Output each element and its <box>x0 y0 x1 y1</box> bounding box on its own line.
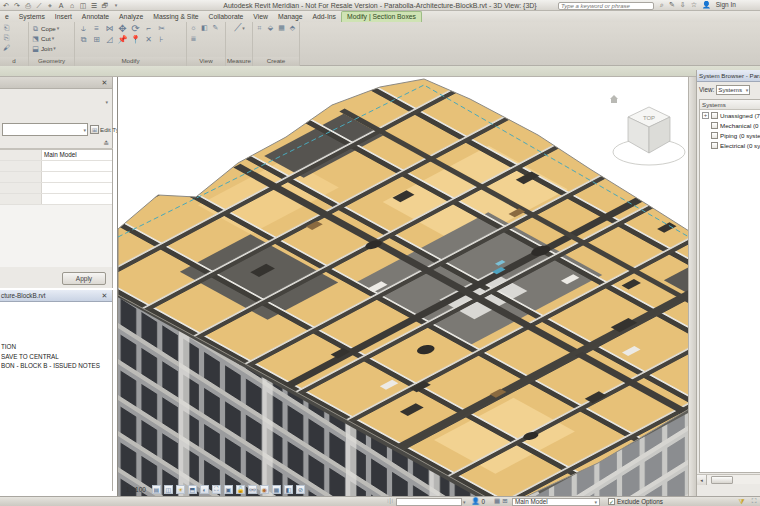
join-button[interactable]: ⬓Join▾ <box>31 43 59 53</box>
search-input[interactable] <box>558 2 654 10</box>
create-similar-icon[interactable]: ⬙ <box>266 23 275 32</box>
tab-insert[interactable]: Insert <box>50 12 77 22</box>
workset-note-line[interactable]: BON - BLOCK B - ISSUED NOTES <box>1 361 112 371</box>
tab-partial[interactable]: e <box>0 12 14 22</box>
cutaway-icon[interactable]: ≣ <box>189 34 198 43</box>
delete-icon[interactable]: ✕ <box>145 36 152 44</box>
create-parts-icon[interactable]: ⬘ <box>288 23 297 32</box>
qat-thin-lines-icon[interactable]: ☰ <box>90 1 98 9</box>
design-options-pick-icon[interactable]: ⊞ <box>501 498 509 506</box>
tab-manage[interactable]: Manage <box>273 12 308 22</box>
scroll-left-icon[interactable]: ◂ <box>697 475 707 485</box>
qat-measure-icon[interactable]: ⟋ <box>35 1 43 9</box>
measure-icon[interactable]: ⟋ <box>233 23 242 32</box>
property-row[interactable] <box>0 172 112 183</box>
visual-style-icon[interactable]: ◫ <box>164 485 173 494</box>
scale-icon[interactable]: ◿ <box>106 36 112 44</box>
design-options-icon[interactable]: ▦ <box>493 498 501 506</box>
vcb-more-caret-icon[interactable]: ▸ <box>308 487 311 493</box>
tab-massing-site[interactable]: Massing & Site <box>148 12 203 22</box>
user-icon[interactable]: 👤 <box>702 1 711 8</box>
split-icon[interactable]: ✂ <box>158 25 165 33</box>
systems-column-header[interactable]: Systems <box>700 100 760 110</box>
panel-label-view[interactable]: View <box>187 57 225 66</box>
qat-section-icon[interactable]: ◫ <box>79 1 87 9</box>
apply-button[interactable]: Apply <box>62 272 106 285</box>
sun-path-icon[interactable]: ☀ <box>176 485 185 494</box>
tab-analyze[interactable]: Analyze <box>114 12 148 22</box>
panel-label-measure[interactable]: Measure <box>226 57 252 66</box>
tree-item-unassigned[interactable]: + Unassigned (7 <box>700 110 760 120</box>
editing-requests-icon[interactable]: 👤 <box>472 498 480 506</box>
qat-switch-windows-icon[interactable]: 🗗 <box>101 1 109 9</box>
qat-aligned-dimension-icon[interactable]: ⌖ <box>46 1 54 9</box>
cope-button[interactable]: ⧉Cope▾ <box>31 23 59 33</box>
graphics-icon[interactable]: ◧ <box>200 23 209 32</box>
design-option-dropdown[interactable]: Main Model ▾ <box>512 498 600 506</box>
reveal-hidden-elements-icon[interactable]: ◉ <box>260 485 269 494</box>
workset-panel-header[interactable]: cture-BlockB.rvt ✕ <box>0 290 112 302</box>
qat-redo-icon[interactable]: ↷ <box>13 1 21 9</box>
match-properties-icon[interactable]: 🖌 <box>2 43 11 52</box>
tree-item-electrical[interactable]: Electrical (0 sy <box>700 140 760 150</box>
subscription-icon[interactable]: ✎ <box>669 1 675 8</box>
properties-close-icon[interactable]: ✕ <box>100 79 109 88</box>
unpin-icon[interactable]: 📍 <box>131 36 141 44</box>
create-assembly-icon[interactable]: ▦ <box>277 23 286 32</box>
system-browser-hscrollbar[interactable]: ◂ <box>697 474 760 484</box>
paste-icon[interactable]: ⎗ <box>2 23 11 32</box>
property-row[interactable]: Main Model <box>0 150 112 161</box>
unlocked-view-icon[interactable]: 🔓 <box>236 485 245 494</box>
rendering-dialog-icon[interactable]: ◐ <box>200 485 209 494</box>
properties-palette-header[interactable]: ✕ <box>0 77 112 89</box>
panel-label-geometry[interactable]: Geometry <box>29 57 74 66</box>
copy-to-clipboard-icon[interactable]: ⎘ <box>2 33 11 42</box>
exclude-options-control[interactable]: ✓ Exclude Options <box>608 498 663 505</box>
panel-splitter[interactable] <box>688 77 696 496</box>
workset-note-line[interactable]: TION <box>1 342 112 352</box>
array-icon[interactable]: ⊞ <box>93 36 100 44</box>
binoculars-search-icon[interactable]: ⌕ <box>660 1 664 8</box>
panel-label-modify[interactable]: Modify <box>75 57 186 66</box>
property-row[interactable] <box>0 161 112 172</box>
selection-filter-icon[interactable]: ⛶ <box>750 497 758 505</box>
copy-icon[interactable]: ⧉ <box>81 36 87 44</box>
linework-icon[interactable]: ✎ <box>211 23 220 32</box>
filter-funnel-icon[interactable]: ⧩ <box>737 497 746 505</box>
expand-icon[interactable]: + <box>702 112 709 119</box>
align-icon[interactable]: ⫝ <box>81 25 86 33</box>
communication-center-icon[interactable]: ⇩ <box>680 1 686 8</box>
show-crop-region-icon[interactable]: ▣ <box>224 485 233 494</box>
qat-text-icon[interactable]: A <box>57 1 65 9</box>
view-dropdown[interactable]: Systems ▾ <box>716 85 750 95</box>
tab-annotate[interactable]: Annotate <box>77 12 114 22</box>
properties-collapse-caret-icon[interactable]: ▾ <box>105 99 108 105</box>
workset-note-line[interactable]: SAVE TO CENTRAL <box>1 352 112 362</box>
tab-modify-section-boxes[interactable]: Modify | Section Boxes <box>341 11 422 22</box>
measure-caret-icon[interactable]: ▾ <box>242 25 245 31</box>
detail-level-icon[interactable]: ▤ <box>152 485 161 494</box>
temporary-hide-isolate-icon[interactable]: 👓 <box>248 485 257 494</box>
move-icon[interactable]: ✥ <box>118 24 126 34</box>
tree-item-piping[interactable]: Piping (0 syste <box>700 130 760 140</box>
exclude-options-checkbox[interactable]: ✓ <box>608 498 615 505</box>
shadows-icon[interactable]: ⬒ <box>188 485 197 494</box>
tab-view[interactable]: View <box>248 12 273 22</box>
cut-button[interactable]: ⬔Cut▾ <box>31 33 59 43</box>
pin-icon[interactable]: 📌 <box>118 36 128 44</box>
tab-add-ins[interactable]: Add-Ins <box>308 12 341 22</box>
panel-label-create[interactable]: Create <box>253 57 299 66</box>
worksets-icon[interactable]: ⎅ <box>386 498 394 506</box>
qat-3d-view-icon[interactable]: ⌂ <box>68 1 76 9</box>
drawing-area-3d-view[interactable]: TOP 1 : 100 ▤ ◫ ☀ ⬒ ◐ ⛶ ▣ 🔓 👓 ◉ ▦ ◧ ⊘ ▸ <box>117 77 688 496</box>
qat-customize-caret-icon[interactable]: ▾ <box>112 1 120 9</box>
favorites-star-icon[interactable]: ☆ <box>691 1 697 8</box>
property-value-main-model[interactable]: Main Model <box>42 150 112 160</box>
active-workset-field[interactable] <box>396 498 462 506</box>
rotate-icon[interactable]: ⟳ <box>131 24 139 34</box>
scale-button[interactable]: 1 : 100 <box>123 485 149 494</box>
qat-print-icon[interactable]: ⎙ <box>24 1 32 9</box>
viewcube[interactable]: TOP <box>610 95 685 165</box>
mirror-icon[interactable]: ⋈ <box>106 25 114 33</box>
offset-icon[interactable]: ≡ <box>94 25 99 33</box>
